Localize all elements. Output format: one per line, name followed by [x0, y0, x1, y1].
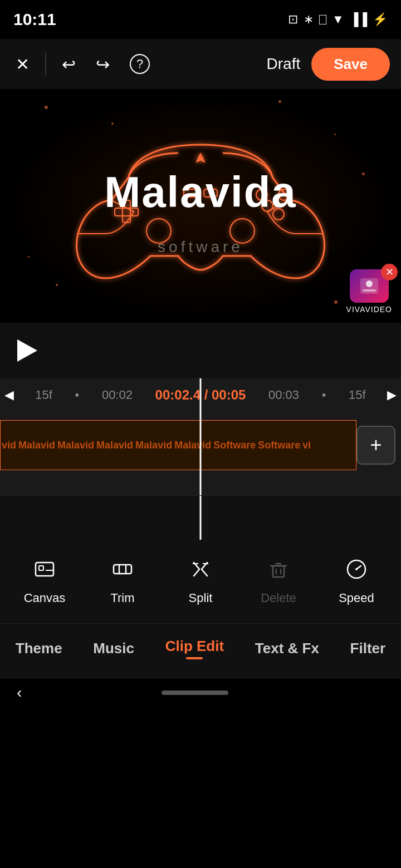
- preview-area: Malavida software ✕ VIVAVIDEO: [0, 89, 401, 323]
- svg-rect-15: [114, 565, 131, 574]
- vibrate-icon: ⎕: [319, 12, 326, 27]
- ruler-mark-1: 15f: [35, 388, 52, 402]
- home-pill: [162, 691, 228, 695]
- tab-filter[interactable]: Filter: [350, 640, 386, 657]
- watermark-remove-btn[interactable]: ✕: [381, 264, 398, 280]
- watermark: ✕ VIVAVIDEO: [346, 269, 392, 314]
- track-frame-5: Malavid: [134, 440, 173, 451]
- split-tool[interactable]: Split: [173, 558, 228, 605]
- tab-clip-edit-label: Clip Edit: [165, 638, 224, 655]
- tab-theme-label: Theme: [16, 640, 62, 657]
- edit-tools: Canvas Trim Split: [0, 540, 401, 623]
- redo-button[interactable]: ↪: [91, 50, 114, 78]
- empty-track-cursor: [200, 496, 202, 540]
- split-icon: [189, 558, 212, 585]
- help-button[interactable]: ?: [125, 50, 154, 78]
- ruler-mark-4: 00:03: [268, 388, 299, 402]
- track-cursor: [200, 412, 202, 495]
- track-frame-9: vi: [301, 440, 312, 451]
- track-frame-6: Malavid: [173, 440, 212, 451]
- empty-track: [0, 495, 401, 540]
- track-frame-2: Malavid: [17, 440, 56, 451]
- svg-point-24: [355, 568, 358, 570]
- add-clip-button[interactable]: +: [356, 426, 395, 465]
- status-time: 10:11: [13, 10, 56, 29]
- tab-filter-label: Filter: [350, 640, 386, 657]
- canvas-tool[interactable]: Canvas: [17, 558, 72, 605]
- track-frame-1: vid: [1, 440, 17, 451]
- timeline-end-button[interactable]: ▶: [383, 386, 401, 405]
- timeline-cursor: [200, 378, 202, 412]
- bottom-tabs: Theme Music Clip Edit Text & Fx Filter: [0, 623, 401, 679]
- speed-icon: [345, 558, 368, 585]
- canvas-icon: [33, 558, 56, 585]
- undo-button[interactable]: ↩: [57, 50, 80, 78]
- tab-music[interactable]: Music: [93, 640, 134, 657]
- tab-text-fx-label: Text & Fx: [255, 640, 319, 657]
- track-text-strip: vid Malavid Malavid Malavid Malavid Mala…: [1, 421, 312, 470]
- svg-point-11: [366, 280, 373, 287]
- tab-clip-edit-indicator: [186, 657, 203, 659]
- track-frame-8: Software: [257, 440, 301, 451]
- track-frame-7: Software: [212, 440, 257, 451]
- track-frame-4: Malavid: [95, 440, 134, 451]
- play-icon: [17, 339, 37, 362]
- close-button[interactable]: ✕: [11, 50, 34, 78]
- ruler-mark-2: •: [75, 388, 80, 402]
- ruler-mark-3: 00:02: [102, 388, 133, 402]
- preview-subtitle: software: [158, 238, 243, 256]
- status-icons: ⊡ ∗ ⎕ ▼ ▐▐ ⚡: [288, 12, 388, 27]
- trim-icon: [111, 558, 134, 585]
- svg-rect-20: [273, 566, 284, 577]
- back-button[interactable]: ‹: [17, 684, 22, 702]
- playback-area: [0, 323, 401, 378]
- play-button[interactable]: [13, 337, 41, 364]
- delete-icon: [267, 558, 290, 585]
- tab-theme[interactable]: Theme: [16, 640, 62, 657]
- timeline-track-area[interactable]: vid Malavid Malavid Malavid Malavid Mala…: [0, 412, 401, 495]
- delete-tool: Delete: [251, 558, 306, 605]
- svg-rect-12: [363, 289, 376, 292]
- svg-rect-14: [39, 566, 43, 570]
- speed-tool[interactable]: Speed: [329, 558, 384, 605]
- screenshot-icon: ⊡: [288, 12, 298, 27]
- battery-icon: ⚡: [373, 12, 388, 27]
- speed-label: Speed: [339, 591, 374, 605]
- track-frame-3: Malavid: [56, 440, 95, 451]
- bluetooth-icon: ∗: [304, 12, 314, 27]
- top-toolbar: ✕ ↩ ↪ ? Draft Save: [0, 39, 401, 89]
- split-label: Split: [189, 591, 213, 605]
- svg-rect-13: [36, 563, 53, 576]
- tab-clip-edit[interactable]: Clip Edit: [165, 638, 224, 659]
- status-bar: 10:11 ⊡ ∗ ⎕ ▼ ▐▐ ⚡: [0, 0, 401, 39]
- track-content: vid Malavid Malavid Malavid Malavid Mala…: [1, 421, 356, 470]
- ruler-mark-6: 15f: [349, 388, 366, 402]
- trim-tool[interactable]: Trim: [95, 558, 150, 605]
- tab-text-fx[interactable]: Text & Fx: [255, 640, 319, 657]
- toolbar-separator: [45, 53, 46, 75]
- save-button[interactable]: Save: [311, 48, 390, 81]
- track-strip[interactable]: vid Malavid Malavid Malavid Malavid Mala…: [0, 420, 356, 470]
- home-indicator: ‹: [0, 679, 401, 707]
- canvas-label: Canvas: [24, 591, 66, 605]
- ruler-mark-5: •: [322, 388, 326, 402]
- signal-icon: ▐▐: [350, 12, 367, 27]
- preview-title: Malavida: [104, 167, 296, 218]
- timeline-start-button[interactable]: ◀: [0, 386, 18, 405]
- wifi-icon: ▼: [332, 12, 344, 27]
- draft-label: Draft: [267, 55, 301, 73]
- watermark-label: VIVAVIDEO: [346, 305, 392, 314]
- trim-label: Trim: [110, 591, 134, 605]
- tab-music-label: Music: [93, 640, 134, 657]
- delete-label: Delete: [261, 591, 296, 605]
- timeline-ruler: ◀ 15f • 00:02 00:02.4 / 00:05 00:03 • 15…: [0, 378, 401, 412]
